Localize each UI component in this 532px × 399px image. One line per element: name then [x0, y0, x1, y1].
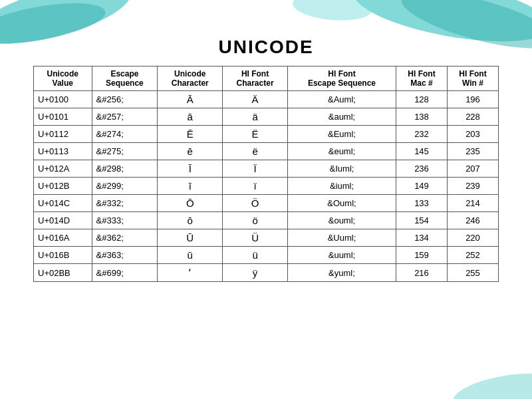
table-cell: 133: [396, 195, 448, 212]
table-cell: ʻ: [158, 264, 223, 282]
table-cell: 232: [396, 126, 448, 143]
header-unicode-value: UnicodeValue: [34, 66, 92, 91]
table-cell: &#257;: [92, 108, 158, 126]
table-cell: ü: [223, 247, 288, 264]
table-cell: &Euml;: [287, 126, 396, 143]
table-cell: &iuml;: [287, 178, 396, 195]
table-cell: &Uuml;: [287, 229, 396, 247]
table-cell: Ï: [223, 160, 288, 178]
table-cell: 220: [447, 229, 498, 247]
table-cell: &Ouml;: [287, 195, 396, 212]
table-cell: U+0100: [34, 91, 92, 108]
table-cell: 216: [396, 264, 448, 282]
table-cell: 149: [396, 178, 448, 195]
table-cell: 214: [447, 195, 498, 212]
table-cell: U+014C: [34, 195, 92, 212]
table-cell: U+012B: [34, 178, 92, 195]
table-cell: Ō: [158, 195, 223, 212]
table-cell: Ū: [158, 229, 223, 247]
table-cell: &#333;: [92, 212, 158, 229]
header-hifont-mac: HI FontMac #: [396, 66, 448, 91]
table-cell: U+016B: [34, 247, 92, 264]
table-cell: ë: [223, 143, 288, 160]
table-cell: &yuml;: [287, 264, 396, 282]
table-cell: 203: [447, 126, 498, 143]
table-row: U+014D&#333;ōö&ouml;154246: [34, 212, 499, 229]
table-cell: 138: [396, 108, 448, 126]
unicode-table-wrapper: UnicodeValue EscapeSequence UnicodeChara…: [0, 66, 532, 282]
table-cell: ē: [158, 143, 223, 160]
table-cell: &euml;: [287, 143, 396, 160]
table-cell: U+016A: [34, 229, 92, 247]
table-cell: U+0101: [34, 108, 92, 126]
table-header-row: UnicodeValue EscapeSequence UnicodeChara…: [34, 66, 499, 91]
table-cell: &#274;: [92, 126, 158, 143]
table-row: U+014C&#332;ŌÖ&Ouml;133214: [34, 195, 499, 212]
table-cell: ÿ: [223, 264, 288, 282]
header-escape-sequence: EscapeSequence: [92, 66, 158, 91]
table-cell: Ë: [223, 126, 288, 143]
table-row: U+012A&#298;ĪÏ&Iuml;236207: [34, 160, 499, 178]
table-cell: 255: [447, 264, 498, 282]
table-cell: 235: [447, 143, 498, 160]
table-row: U+0100&#256;ĀÄ&Auml;128196: [34, 91, 499, 108]
table-cell: Ī: [158, 160, 223, 178]
table-cell: &#298;: [92, 160, 158, 178]
table-cell: ā: [158, 108, 223, 126]
svg-point-5: [450, 366, 532, 399]
table-cell: &#363;: [92, 247, 158, 264]
table-row: U+0113&#275;ēë&euml;145235: [34, 143, 499, 160]
table-cell: 207: [447, 160, 498, 178]
table-cell: &Auml;: [287, 91, 396, 108]
table-cell: 228: [447, 108, 498, 126]
table-cell: 252: [447, 247, 498, 264]
table-cell: 154: [396, 212, 448, 229]
table-cell: 236: [396, 160, 448, 178]
table-row: U+0112&#274;ĒË&Euml;232203: [34, 126, 499, 143]
table-cell: 128: [396, 91, 448, 108]
table-cell: Ā: [158, 91, 223, 108]
table-cell: 159: [396, 247, 448, 264]
table-cell: &#332;: [92, 195, 158, 212]
unicode-table: UnicodeValue EscapeSequence UnicodeChara…: [33, 66, 499, 282]
table-cell: ū: [158, 247, 223, 264]
table-cell: ī: [158, 178, 223, 195]
page-title: UNICODE: [0, 37, 532, 58]
table-cell: ä: [223, 108, 288, 126]
table-cell: U+014D: [34, 212, 92, 229]
table-cell: &#699;: [92, 264, 158, 282]
svg-point-4: [291, 0, 373, 23]
table-row: U+016B&#363;ūü&uuml;159252: [34, 247, 499, 264]
table-cell: U+02BB: [34, 264, 92, 282]
table-row: U+012B&#299;īï&iuml;149239: [34, 178, 499, 195]
table-cell: &Iuml;: [287, 160, 396, 178]
table-cell: &uuml;: [287, 247, 396, 264]
table-cell: 246: [447, 212, 498, 229]
table-cell: &ouml;: [287, 212, 396, 229]
table-cell: Ü: [223, 229, 288, 247]
table-cell: Ö: [223, 195, 288, 212]
table-cell: 145: [396, 143, 448, 160]
table-row: U+02BB&#699;ʻÿ&yuml;216255: [34, 264, 499, 282]
table-cell: &#299;: [92, 178, 158, 195]
table-cell: 134: [396, 229, 448, 247]
table-cell: &auml;: [287, 108, 396, 126]
table-cell: &#362;: [92, 229, 158, 247]
table-row: U+016A&#362;ŪÜ&Uuml;134220: [34, 229, 499, 247]
table-cell: ï: [223, 178, 288, 195]
table-cell: ō: [158, 212, 223, 229]
header-unicode-character: UnicodeCharacter: [158, 66, 223, 91]
table-cell: Ä: [223, 91, 288, 108]
header-hifont-win: HI FontWin #: [447, 66, 498, 91]
table-cell: 196: [447, 91, 498, 108]
table-cell: Ē: [158, 126, 223, 143]
table-cell: U+012A: [34, 160, 92, 178]
table-cell: 239: [447, 178, 498, 195]
table-cell: &#256;: [92, 91, 158, 108]
table-cell: &#275;: [92, 143, 158, 160]
table-cell: U+0113: [34, 143, 92, 160]
table-cell: U+0112: [34, 126, 92, 143]
table-cell: ö: [223, 212, 288, 229]
table-row: U+0101&#257;āä&auml;138228: [34, 108, 499, 126]
header-hifont-character: HI FontCharacter: [223, 66, 288, 91]
